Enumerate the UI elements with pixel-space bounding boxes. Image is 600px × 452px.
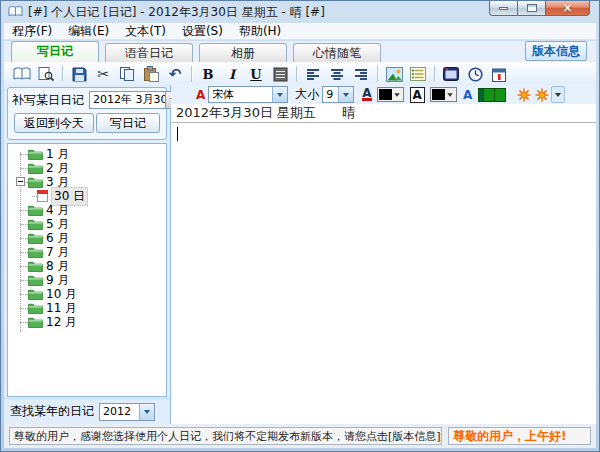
minimize-icon — [499, 7, 508, 10]
folder-icon — [28, 246, 43, 258]
tab-voice-diary[interactable]: 语音日记 — [105, 43, 193, 62]
font-family-value: 宋体 — [209, 87, 272, 102]
weather-sun-icon[interactable] — [515, 86, 533, 103]
write-diary-button[interactable]: 写日记 — [96, 113, 160, 133]
menu-edit[interactable]: 编辑(E) — [60, 23, 117, 39]
highlight-color-swatch[interactable] — [430, 87, 457, 102]
back-to-today-button[interactable]: 返回到今天 — [14, 113, 94, 133]
folder-icon — [28, 148, 43, 160]
color-swatch-black — [379, 89, 392, 100]
tree-item-month-7[interactable]: 7 月 — [8, 245, 166, 259]
tree-item-month-1[interactable]: 1 月 — [8, 147, 166, 161]
calendar-icon[interactable] — [488, 64, 510, 84]
open-book-icon[interactable] — [11, 64, 33, 84]
tab-mood-essay[interactable]: 心情随笔 — [293, 43, 381, 62]
font-color-icon[interactable]: A — [362, 88, 371, 101]
background-color-swatch[interactable] — [478, 88, 506, 102]
weather-dropdown[interactable] — [551, 86, 565, 103]
chevron-down-icon — [555, 93, 561, 97]
tree-item-day-30[interactable]: 30 日 — [8, 189, 166, 203]
undo-icon[interactable]: ↶ — [164, 64, 186, 84]
align-justify-icon[interactable] — [269, 64, 291, 84]
main-toolbar: ✂ ↶ B I U — [4, 62, 596, 85]
tab-bar: 写日记 语音日记 相册 心情随笔 版本信息 — [4, 41, 596, 62]
menu-program[interactable]: 程序(F) — [4, 23, 60, 39]
italic-icon[interactable]: I — [221, 64, 243, 84]
tree-item-month-5[interactable]: 5 月 — [8, 217, 166, 231]
folder-icon — [28, 162, 43, 174]
tree-item-month-8[interactable]: 8 月 — [8, 259, 166, 273]
paste-icon[interactable] — [140, 64, 162, 84]
save-icon[interactable] — [68, 64, 90, 84]
folder-open-icon — [28, 176, 43, 188]
version-info-button[interactable]: 版本信息 — [525, 41, 587, 61]
minimize-button[interactable] — [489, 1, 518, 16]
folder-icon — [28, 288, 43, 300]
format-toolbar: A 宋体 大小 9 A A A — [171, 85, 596, 104]
tab-photo-album[interactable]: 相册 — [199, 43, 287, 62]
titlebar[interactable]: [#] 个人日记 [日记] - 2012年3月30日 星期五 - 晴 [#] × — [1, 1, 599, 23]
weather-sun-icon[interactable] — [533, 86, 551, 103]
tree-item-month-4[interactable]: 4 月 — [8, 203, 166, 217]
chevron-down-icon[interactable] — [338, 87, 353, 102]
align-left-icon[interactable] — [302, 64, 324, 84]
chevron-down-icon[interactable] — [272, 87, 287, 102]
preview-icon[interactable] — [35, 64, 57, 84]
chevron-down-icon[interactable] — [139, 404, 154, 420]
insert-image-icon[interactable] — [383, 64, 405, 84]
diary-date-line: 2012年3月30日 星期五 晴 — [171, 104, 596, 123]
backfill-date-value: 2012年 3月30日 — [90, 92, 165, 108]
status-message: 尊敬的用户，感谢您选择使用个人日记，我们将不定期发布新版本，请您点击[版本信息]… — [9, 427, 442, 445]
collapse-icon[interactable] — [16, 177, 25, 186]
menu-help[interactable]: 帮助(H) — [231, 23, 289, 39]
font-size-value: 9 — [323, 87, 338, 102]
toolbar-separator — [434, 66, 435, 82]
tree-item-month-12[interactable]: 12 月 — [8, 315, 166, 329]
cut-icon[interactable]: ✂ — [92, 64, 114, 84]
font-size-combo[interactable]: 9 — [322, 86, 354, 103]
clock-icon[interactable] — [464, 64, 486, 84]
close-button[interactable]: × — [545, 1, 590, 16]
bold-icon[interactable]: B — [197, 64, 219, 84]
highlight-color-icon[interactable]: A — [410, 87, 425, 103]
year-combo-value: 2012 — [100, 404, 139, 420]
underline-icon[interactable]: U — [245, 64, 267, 84]
tree-item-month-9[interactable]: 9 月 — [8, 273, 166, 287]
month-tree: 1 月 2 月 3 月 30 日 4 月 5 月 6 月 7 月 8 月 9 月… — [7, 143, 167, 397]
font-color-swatch[interactable] — [377, 87, 404, 102]
folder-icon — [28, 274, 43, 286]
year-combo[interactable]: 2012 — [99, 403, 155, 421]
folder-icon — [28, 218, 43, 230]
year-search-label: 查找某年的日记 — [10, 403, 94, 420]
tree-item-month-2[interactable]: 2 月 — [8, 161, 166, 175]
maximize-button[interactable] — [518, 1, 545, 16]
tree-item-month-11[interactable]: 11 月 — [8, 301, 166, 315]
align-center-icon[interactable] — [326, 64, 348, 84]
insert-table-icon[interactable] — [407, 64, 429, 84]
menu-settings[interactable]: 设置(S) — [174, 23, 231, 39]
diary-text-area[interactable] — [171, 123, 596, 424]
maximize-icon — [527, 4, 537, 12]
folder-icon — [28, 260, 43, 272]
font-size-label: 大小 — [295, 86, 319, 103]
text-cursor — [177, 127, 178, 141]
folder-icon — [28, 204, 43, 216]
backfill-date-combo[interactable]: 2012年 3月30日 — [89, 91, 181, 109]
toolbar-separator — [296, 66, 297, 82]
align-right-icon[interactable] — [350, 64, 372, 84]
backfill-panel: 补写某日日记 2012年 3月30日 返回到今天 写日记 — [7, 87, 167, 140]
greeting-message: 尊敬的用户，上午好! — [448, 427, 591, 445]
backfill-label: 补写某日日记 — [12, 92, 84, 109]
tree-item-month-10[interactable]: 10 月 — [8, 287, 166, 301]
chevron-down-icon — [447, 93, 452, 97]
menu-text[interactable]: 文本(T) — [117, 23, 174, 39]
font-dialog-icon[interactable]: A — [196, 88, 205, 102]
art-text-icon[interactable]: A — [463, 88, 472, 102]
tab-write-diary[interactable]: 写日记 — [11, 41, 99, 62]
folder-icon — [28, 316, 43, 328]
tree-item-month-6[interactable]: 6 月 — [8, 231, 166, 245]
menu-bar: 程序(F) 编辑(E) 文本(T) 设置(S) 帮助(H) — [4, 23, 596, 40]
copy-icon[interactable] — [116, 64, 138, 84]
media-window-icon[interactable] — [440, 64, 462, 84]
font-family-combo[interactable]: 宋体 — [208, 86, 288, 103]
